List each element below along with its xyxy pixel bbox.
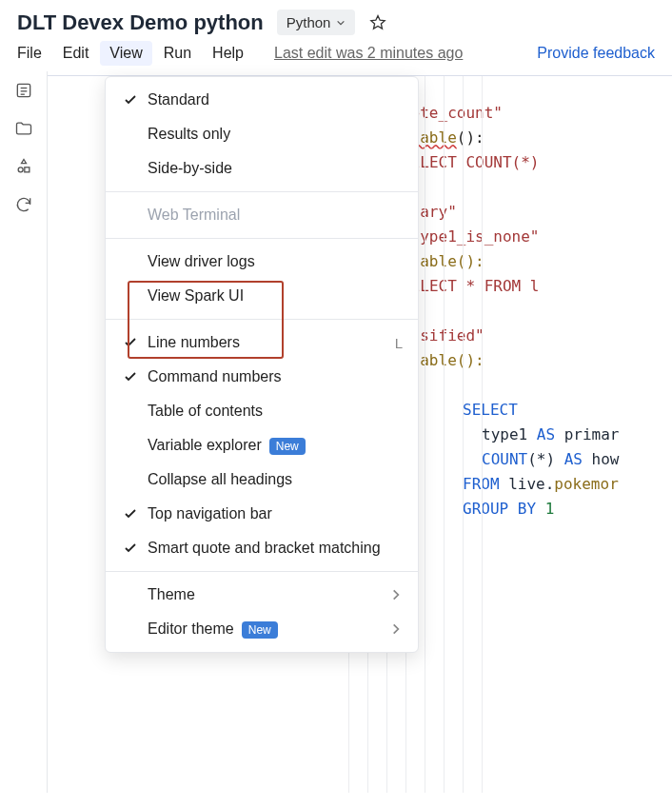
menu-run[interactable]: Run: [164, 45, 191, 62]
view-menu-dropdown: Standard Results only Side-by-side Web T…: [105, 76, 419, 653]
new-badge: New: [269, 438, 306, 455]
menu-item-label: Results only: [148, 126, 403, 143]
menu-item-driver-logs[interactable]: View driver logs: [106, 245, 418, 279]
menu-item-top-nav[interactable]: Top navigation bar: [106, 497, 418, 531]
menu-item-label: Theme: [148, 586, 389, 603]
menu-item-label: Table of contents: [148, 403, 403, 420]
svg-point-4: [18, 167, 23, 172]
menu-item-label: Editor themeNew: [148, 620, 389, 638]
check-icon: [123, 335, 148, 350]
check-icon: [123, 369, 148, 384]
folder-icon[interactable]: [14, 119, 33, 138]
last-edit-link[interactable]: Last edit was 2 minutes ago: [274, 45, 463, 62]
menu-edit[interactable]: Edit: [63, 45, 89, 62]
shapes-icon[interactable]: [14, 157, 33, 176]
chevron-right-icon: [389, 622, 403, 636]
menu-item-label: Line numbers: [148, 334, 395, 351]
menu-item-toc[interactable]: Table of contents: [106, 394, 418, 428]
menu-separator: [106, 191, 418, 192]
language-selector[interactable]: Python: [277, 10, 356, 35]
menu-item-variable-explorer[interactable]: Variable explorerNew: [106, 428, 418, 463]
code-token: "type1_is_none": [402, 227, 540, 246]
menu-item-command-numbers[interactable]: Command numbers: [106, 360, 418, 394]
menu-item-collapse-headings[interactable]: Collapse all headings: [106, 463, 418, 497]
menu-item-results-only[interactable]: Results only: [106, 117, 418, 151]
chevron-down-icon: [336, 18, 346, 28]
menu-item-label: Standard: [148, 91, 403, 108]
new-badge: New: [242, 621, 278, 639]
menu-item-label: View Spark UI: [148, 287, 403, 305]
menu-item-label: Collapse all headings: [148, 471, 403, 488]
toc-icon[interactable]: [14, 81, 33, 100]
menu-view[interactable]: View: [100, 41, 151, 66]
star-icon[interactable]: [368, 13, 387, 32]
menu-item-spark-ui[interactable]: View Spark UI: [106, 279, 418, 313]
menu-separator: [106, 238, 418, 239]
menu-item-line-numbers[interactable]: Line numbers L: [106, 325, 418, 360]
notebook-title: DLT Devex Demo python: [17, 10, 264, 35]
menu-item-label: Web Terminal: [148, 207, 403, 224]
menu-item-label: Command numbers: [148, 368, 403, 385]
check-icon: [123, 506, 148, 522]
language-label: Python: [287, 14, 331, 30]
left-rail: [0, 71, 48, 793]
menubar: File Edit View Run Help Last edit was 2 …: [17, 35, 655, 71]
menu-separator: [106, 571, 418, 572]
menu-item-label: Variable explorerNew: [148, 437, 403, 454]
check-icon: [123, 541, 148, 556]
menu-help[interactable]: Help: [212, 45, 244, 62]
menu-separator: [106, 319, 418, 320]
menu-item-label: Side-by-side: [148, 160, 403, 177]
menu-item-web-terminal: Web Terminal: [106, 198, 418, 232]
menu-item-label: Smart quote and bracket matching: [148, 540, 403, 557]
menu-item-standard[interactable]: Standard: [106, 83, 418, 117]
refresh-icon[interactable]: [14, 195, 33, 214]
svg-rect-5: [24, 167, 29, 172]
menu-item-theme[interactable]: Theme: [106, 578, 418, 612]
feedback-link[interactable]: Provide feedback: [537, 45, 655, 62]
check-icon: [123, 92, 148, 108]
menu-item-label: View driver logs: [148, 253, 403, 270]
menu-item-side-by-side[interactable]: Side-by-side: [106, 151, 418, 186]
menu-item-editor-theme[interactable]: Editor themeNew: [106, 612, 418, 646]
menu-file[interactable]: File: [17, 45, 42, 62]
menu-item-shortcut: L: [395, 335, 403, 351]
menu-item-smart-quote[interactable]: Smart quote and bracket matching: [106, 531, 418, 565]
chevron-right-icon: [389, 588, 403, 601]
menu-item-label: Top navigation bar: [148, 505, 403, 522]
